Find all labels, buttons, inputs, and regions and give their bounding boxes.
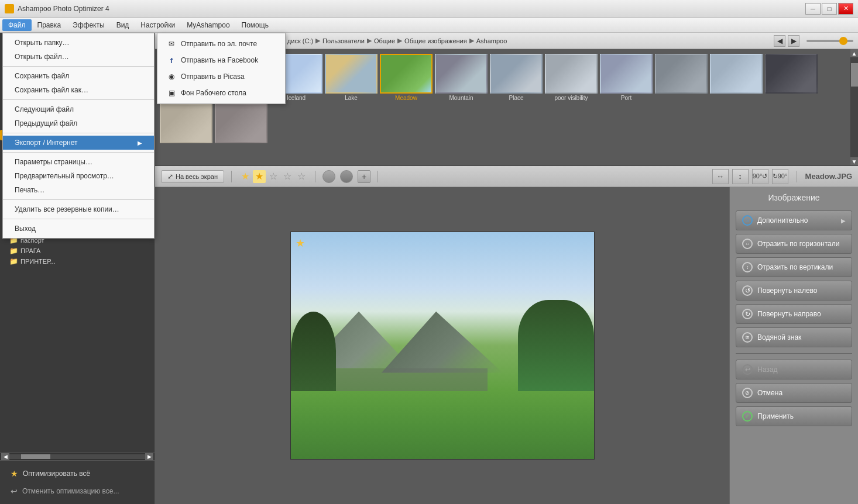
scroll-left-btn[interactable]: ◀ [1, 453, 9, 460]
panel-rotate-r-btn[interactable]: ↻ Повернуть направо [736, 304, 852, 324]
panel-apply-btn[interactable]: ✓ Применить [736, 406, 852, 426]
star-icon: ★ [11, 469, 18, 478]
thumbnail-r2d[interactable] [160, 103, 212, 144]
menu-delete-backups[interactable]: Удалить все резервные копии… [3, 202, 154, 216]
menu-page-params[interactable]: Параметры страницы… [3, 155, 154, 169]
export-email[interactable]: ✉ Отправить по эл. почте [157, 36, 285, 52]
flip-v-button[interactable]: ↕ [732, 169, 749, 184]
breadcrumb-users[interactable]: Пользователи [322, 37, 365, 44]
panel-flip-v-btn[interactable]: ↕ Отразить по вертикали [736, 257, 852, 277]
rotate-r-label: Повернуть направо [757, 310, 821, 318]
panel-watermark-btn[interactable]: ≋ Водяной знак [736, 327, 852, 347]
panel-advanced-btn[interactable]: ⊙ Дополнительно ▶ [736, 210, 852, 230]
breadcrumb-public[interactable]: Общие [374, 37, 395, 44]
rotate-ccw-button[interactable]: 90°↺ [752, 169, 768, 184]
menu-preview[interactable]: Предварительный просмотр… [3, 169, 154, 183]
thumbnail-size-slider[interactable] [806, 35, 853, 47]
thumbnail-r2a[interactable] [655, 54, 708, 101]
panel-undo-btn[interactable]: ↩ Назад [736, 360, 852, 379]
menu-effects[interactable]: Эффекты [67, 19, 111, 31]
thumbnail-meadow[interactable]: Meadow [380, 54, 433, 101]
close-button[interactable]: ✕ [838, 3, 853, 15]
star-3-button[interactable]: ☆ [267, 170, 280, 183]
menu-help[interactable]: Помощь [236, 19, 274, 31]
tree-item[interactable]: 📁ПРАГА [0, 246, 155, 256]
breadcrumb-ashampoo[interactable]: Ashampoo [476, 37, 507, 44]
slider-thumb[interactable] [839, 37, 847, 45]
star-1-button[interactable]: ★ [239, 170, 252, 183]
menu-prev-file[interactable]: Предыдущий файл [3, 116, 154, 130]
breadcrumb-images[interactable]: Общие изображения [404, 37, 467, 44]
menu-edit[interactable]: Правка [32, 19, 67, 31]
thumbnail-label: poor visibility [545, 95, 598, 101]
color-btn-1[interactable] [322, 170, 335, 183]
thumbnail-mountain[interactable]: Mountain [435, 54, 488, 101]
minimize-button[interactable]: ─ [805, 3, 821, 15]
thumbnail-poor[interactable]: poor visibility [545, 54, 598, 101]
color-btn-2[interactable] [340, 170, 353, 183]
undo-optimization-button[interactable]: ↩ Отменить оптимизацию все... [5, 483, 150, 499]
menu-myashampoo[interactable]: MyAshampoo [181, 19, 235, 31]
rotate-cw-button[interactable]: ↻90° [772, 169, 788, 184]
panel-rotate-l-btn[interactable]: ↺ Повернуть налево [736, 281, 852, 301]
thumbnail-r2c[interactable] [765, 54, 818, 101]
menu-open-file[interactable]: Открыть файл… [3, 50, 154, 64]
export-picasa-label: Отправить в Picasa [181, 73, 245, 81]
image-toolbar-right: ↔ ↕ 90°↺ ↻90° Meadow.JPG [712, 169, 852, 184]
rotate-l-label: Повернуть налево [757, 286, 818, 295]
scroll-down-btn[interactable]: ▼ [850, 157, 859, 165]
panel-flip-h-btn[interactable]: ↔ Отразить по горизонтали [736, 234, 852, 254]
menu-file[interactable]: Файл [2, 19, 32, 31]
advanced-label: Дополнительно [757, 216, 808, 225]
thumbnail-scrollbar[interactable]: ▲ ▼ [850, 49, 858, 165]
menu-settings[interactable]: Настройки [135, 19, 181, 31]
horizontal-scrollbar[interactable]: ◀ ▶ [0, 452, 155, 460]
thumbnail-port[interactable]: Port [600, 54, 653, 101]
maximize-button[interactable]: □ [822, 3, 837, 15]
scroll-up-btn[interactable]: ▲ [850, 49, 859, 57]
thumbnail-lake[interactable]: Lake [325, 54, 377, 101]
export-facebook[interactable]: f Отправить на Facebook [157, 52, 285, 68]
panel-cancel-btn[interactable]: ⊘ Отмена [736, 383, 852, 403]
export-picasa[interactable]: ◉ Отправить в Picasa [157, 68, 285, 85]
menu-open-folder[interactable]: Открыть папку… [3, 36, 154, 50]
menu-save-as[interactable]: Сохранить файл как… [3, 83, 154, 97]
menu-exit[interactable]: Выход [3, 222, 154, 236]
menu-divider-3 [3, 133, 154, 133]
menu-print[interactable]: Печать… [3, 183, 154, 197]
flip-v-label: Отразить по вертикали [757, 263, 833, 271]
email-icon: ✉ [167, 39, 176, 49]
thumbnail-image [655, 54, 708, 94]
breadcrumb-back-btn[interactable]: ◀ [774, 35, 785, 47]
advanced-icon: ⊙ [742, 215, 753, 226]
chevron-right-icon: ▶ [841, 218, 846, 224]
scroll-thumb[interactable] [851, 63, 858, 87]
star-rating: ★ ★ ☆ ☆ ☆ [239, 170, 308, 183]
scrollbar-thumb[interactable] [21, 454, 50, 459]
menu-next-file[interactable]: Следующий файл [3, 102, 154, 116]
cancel-label: Отмена [757, 389, 783, 397]
flip-h-button[interactable]: ↔ [712, 169, 729, 184]
thumbnail-label: Mountain [435, 95, 488, 101]
star-2-button[interactable]: ★ [253, 170, 266, 183]
thumbnail-r2b[interactable] [710, 54, 763, 101]
menu-save-file[interactable]: Сохранить файл [3, 69, 154, 83]
thumbnail-r2e[interactable] [215, 103, 267, 144]
export-wallpaper[interactable]: ▣ Фон Рабочего стола [157, 85, 285, 101]
star-5-button[interactable]: ☆ [295, 170, 308, 183]
star-4-button[interactable]: ☆ [281, 170, 294, 183]
thumbnail-place[interactable]: Place [490, 54, 543, 101]
menu-export[interactable]: Экспорт / Интернет ▶ [3, 136, 154, 150]
add-button[interactable]: + [358, 170, 370, 183]
menu-divider-1 [3, 66, 154, 67]
tree-item[interactable]: 📁ПРИНТЕР... [0, 256, 155, 267]
thumbnail-image [160, 103, 212, 143]
menu-view[interactable]: Вид [111, 19, 135, 31]
undo-all-label: Отменить оптимизацию все... [22, 487, 119, 495]
breadcrumb-fwd-btn[interactable]: ▶ [788, 35, 799, 47]
fullscreen-button[interactable]: ⤢ На весь экран [161, 170, 224, 183]
scroll-right-btn[interactable]: ▶ [145, 453, 153, 460]
thumbnail-image [710, 54, 763, 94]
breadcrumb-navigation: ◀ ▶ [774, 35, 853, 47]
optimize-all-button[interactable]: ★ Оптимизировать всё [5, 465, 150, 482]
